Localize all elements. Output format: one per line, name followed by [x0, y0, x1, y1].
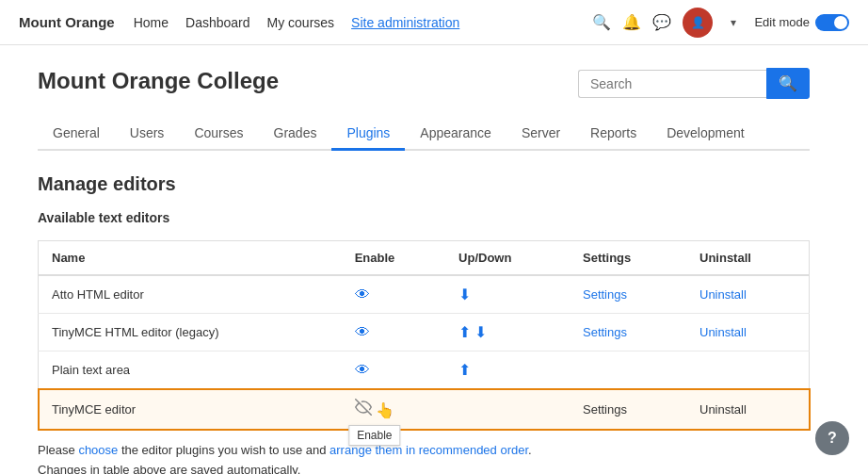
table-row: Atto HTML editor 👁 ⬇ Settings Uninstall — [39, 275, 810, 314]
eye-icon[interactable]: 👁 — [355, 286, 370, 302]
arrows: ⬆ ⬇ — [458, 323, 556, 341]
settings-cell: Settings — [570, 275, 686, 314]
brand: Mount Orange — [19, 14, 115, 30]
settings-cell — [570, 351, 686, 389]
settings-link[interactable]: Settings — [583, 325, 627, 339]
edit-mode-toggle: Edit mode — [754, 14, 849, 31]
settings-link[interactable]: Settings — [583, 287, 627, 302]
eye-off-container: 👆 Enable — [355, 399, 394, 419]
search-icon[interactable]: 🔍 — [592, 13, 611, 32]
updown-cell: ⬆ — [445, 351, 570, 389]
enable-cell: 👁 — [342, 275, 445, 314]
uninstall-cell: Uninstall — [686, 275, 810, 314]
col-settings: Settings — [570, 241, 686, 276]
search-button-icon: 🔍 — [779, 74, 797, 92]
tab-general[interactable]: General — [38, 118, 115, 151]
eye-icon[interactable]: 👁 — [355, 362, 370, 378]
table-row: Plain text area 👁 ⬆ — [39, 351, 810, 389]
nav-site-admin[interactable]: Site administration — [351, 15, 459, 30]
nav-my-courses[interactable]: My courses — [267, 15, 335, 30]
arrows: ⬆ — [458, 361, 556, 379]
tab-plugins[interactable]: Plugins — [331, 118, 405, 151]
col-enable: Enable — [342, 241, 445, 276]
avatar[interactable]: 👤 — [683, 8, 713, 38]
arrows: ⬇ — [458, 286, 556, 303]
editors-table: Name Enable Up/Down Settings Uninstall A… — [38, 240, 810, 430]
up-arrow-icon[interactable]: ⬆ — [458, 323, 471, 341]
tab-grades[interactable]: Grades — [259, 118, 332, 151]
col-name: Name — [39, 241, 342, 276]
footer-line1: Please choose the editor plugins you wis… — [38, 441, 810, 461]
uninstall-cell — [686, 351, 810, 389]
table-row: TinyMCE HTML editor (legacy) 👁 ⬆ ⬇ Setti… — [39, 314, 810, 351]
tab-server[interactable]: Server — [506, 118, 575, 151]
page-content: Mount Orange College 🔍 General Users Cou… — [0, 45, 847, 474]
edit-mode-label: Edit mode — [754, 15, 810, 29]
enable-cell: 👁 — [342, 314, 445, 351]
tab-appearance[interactable]: Appearance — [405, 118, 506, 151]
down-arrow-icon[interactable]: ⬇ — [458, 286, 471, 303]
help-button[interactable]: ? — [815, 421, 849, 455]
editor-name: TinyMCE editor — [39, 389, 342, 430]
footer-line2: Changes in table above are saved automat… — [38, 461, 810, 474]
editor-name: TinyMCE HTML editor (legacy) — [39, 314, 342, 351]
tab-users[interactable]: Users — [115, 118, 180, 151]
tab-courses[interactable]: Courses — [179, 118, 258, 151]
uninstall-cell: Uninstall — [686, 314, 810, 351]
enable-cell: 👁 — [342, 351, 445, 389]
top-nav: Mount Orange Home Dashboard My courses S… — [0, 0, 868, 45]
settings-text: Settings — [583, 402, 627, 417]
chat-icon[interactable]: 💬 — [652, 13, 671, 32]
section-subtitle: Available text editors — [38, 210, 810, 225]
uninstall-cell: Uninstall — [686, 389, 810, 430]
cursor-pointer-icon: 👆 — [376, 401, 394, 419]
nav-right: 🔍 🔔 💬 👤 ▾ Edit mode — [592, 8, 849, 38]
updown-cell — [445, 389, 570, 430]
search-box: 🔍 — [578, 68, 810, 99]
nav-links: Home Dashboard My courses Site administr… — [134, 15, 574, 30]
editor-name: Plain text area — [39, 351, 342, 389]
eye-icon[interactable]: 👁 — [355, 324, 370, 340]
tabs: General Users Courses Grades Plugins App… — [38, 118, 810, 151]
table-row-highlighted: TinyMCE editor 👆 Enable — [39, 389, 810, 430]
uninstall-link[interactable]: Uninstall — [699, 325, 747, 339]
nav-home[interactable]: Home — [134, 15, 169, 30]
tab-development[interactable]: Development — [651, 118, 760, 151]
section-title: Manage editors — [38, 173, 810, 195]
col-updown: Up/Down — [445, 241, 570, 276]
search-input[interactable] — [578, 70, 766, 98]
tooltip: Enable — [348, 425, 400, 446]
page-title: Mount Orange College — [38, 68, 279, 94]
eye-off-icon[interactable] — [355, 402, 376, 418]
uninstall-link[interactable]: Uninstall — [699, 287, 747, 302]
bell-icon[interactable]: 🔔 — [622, 13, 641, 32]
up-arrow-icon[interactable]: ⬆ — [458, 361, 471, 379]
settings-cell: Settings — [570, 314, 686, 351]
updown-cell: ⬇ — [445, 275, 570, 314]
uninstall-text: Uninstall — [699, 402, 747, 417]
footer-note: Please choose the editor plugins you wis… — [38, 441, 810, 474]
page-header: Mount Orange College 🔍 — [38, 68, 810, 99]
updown-cell: ⬆ ⬇ — [445, 314, 570, 351]
col-uninstall: Uninstall — [686, 241, 810, 276]
search-button[interactable]: 🔍 — [766, 68, 810, 99]
settings-cell: Settings — [570, 389, 686, 430]
enable-cell: 👆 Enable — [342, 389, 445, 430]
down-arrow-icon[interactable]: ⬇ — [474, 323, 487, 341]
editor-name: Atto HTML editor — [39, 275, 342, 314]
edit-mode-switch[interactable] — [815, 14, 849, 31]
chevron-down-icon[interactable]: ▾ — [724, 13, 743, 32]
tab-reports[interactable]: Reports — [575, 118, 651, 151]
footer-link-choose[interactable]: choose — [78, 443, 118, 457]
nav-dashboard[interactable]: Dashboard — [185, 15, 250, 30]
help-icon: ? — [828, 430, 837, 447]
